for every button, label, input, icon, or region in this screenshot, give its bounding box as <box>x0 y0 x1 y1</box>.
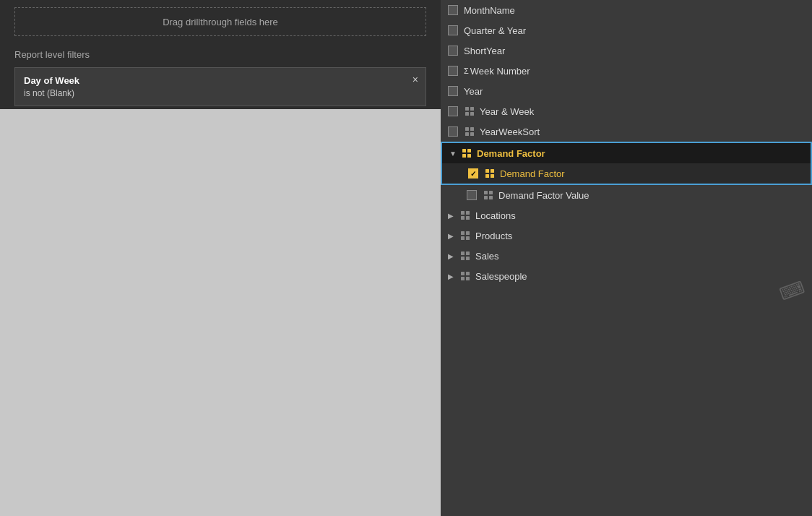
svg-rect-12 <box>485 169 489 173</box>
svg-rect-17 <box>489 191 493 194</box>
svg-rect-26 <box>461 236 465 240</box>
checkbox-weeknumber[interactable] <box>448 66 458 76</box>
svg-rect-31 <box>466 257 470 260</box>
field-label-monthname: MonthName <box>464 5 805 16</box>
field-label-demandfactor-header: Demand Factor <box>477 148 803 159</box>
checkbox-year[interactable] <box>448 86 458 96</box>
demand-factor-group: ▼ Demand Factor <box>441 142 812 185</box>
table-icon-locations <box>459 210 471 221</box>
checkbox-monthname[interactable] <box>448 5 458 15</box>
field-label-weeknumber: Week Number <box>470 66 805 77</box>
svg-rect-6 <box>465 132 469 136</box>
svg-rect-1 <box>470 107 474 111</box>
svg-rect-7 <box>470 132 474 136</box>
svg-rect-18 <box>484 196 488 199</box>
expand-arrow-locations[interactable]: ▶ <box>448 212 457 220</box>
svg-rect-8 <box>462 149 466 152</box>
svg-rect-24 <box>461 231 465 235</box>
field-item-year[interactable]: Year <box>441 81 812 101</box>
svg-rect-0 <box>465 107 469 111</box>
field-list: MonthName Quarter & Year ShortYear Σ Wee… <box>441 0 812 286</box>
field-item-locations[interactable]: ▶ Locations <box>441 205 812 225</box>
svg-rect-20 <box>461 211 465 215</box>
left-panel: Drag drillthrough fields here Report lev… <box>0 0 441 516</box>
svg-rect-28 <box>461 251 465 255</box>
sort-icon-yearweeksort <box>464 126 475 137</box>
field-label-yearweeksort: YearWeekSort <box>480 126 805 137</box>
svg-rect-22 <box>461 216 465 220</box>
field-label-demandfactor-field: Demand Factor <box>500 168 803 179</box>
field-item-yearweek[interactable]: Year & Week <box>441 101 812 121</box>
field-label-demandfactorvalue: Demand Factor Value <box>498 190 805 201</box>
field-label-products: Products <box>475 231 805 241</box>
sort-icon-yearweek <box>464 106 475 117</box>
checkbox-yearweek[interactable] <box>448 106 458 116</box>
expand-arrow-products[interactable]: ▶ <box>448 232 457 240</box>
svg-rect-30 <box>461 257 465 260</box>
svg-rect-27 <box>466 236 470 240</box>
svg-rect-19 <box>489 196 493 199</box>
field-item-products[interactable]: ▶ Products <box>441 225 812 246</box>
table-icon-sales <box>459 250 471 262</box>
field-label-locations: Locations <box>475 210 805 221</box>
svg-rect-5 <box>470 127 474 131</box>
filter-card-title: Day of Week <box>24 75 417 86</box>
field-item-sales[interactable]: ▶ Sales <box>441 246 812 266</box>
field-item-salespeople[interactable]: ▶ Salespeople <box>441 266 812 286</box>
expand-arrow-salespeople[interactable]: ▶ <box>448 272 457 280</box>
field-item-demandfactor-field[interactable]: Demand Factor <box>442 163 811 184</box>
field-item-demandfactorvalue[interactable]: Demand Factor Value <box>441 185 812 205</box>
svg-rect-13 <box>491 169 494 173</box>
field-label-quarteryear: Quarter & Year <box>464 25 805 36</box>
filter-card-subtitle: is not (Blank) <box>24 88 417 98</box>
svg-rect-2 <box>465 112 469 116</box>
field-label-shortyear: ShortYear <box>464 46 805 56</box>
svg-rect-9 <box>467 149 471 152</box>
drillthrough-drop-area[interactable]: Drag drillthrough fields here <box>14 7 426 36</box>
svg-rect-15 <box>491 174 494 178</box>
field-item-monthname[interactable]: MonthName <box>441 0 812 20</box>
svg-rect-10 <box>462 154 466 158</box>
svg-rect-25 <box>466 231 470 235</box>
svg-rect-16 <box>484 191 488 194</box>
expand-arrow-demandfactor[interactable]: ▼ <box>449 150 458 158</box>
svg-rect-34 <box>461 277 465 280</box>
svg-rect-29 <box>466 251 470 255</box>
svg-rect-11 <box>467 154 471 158</box>
field-item-demandfactor-header[interactable]: ▼ Demand Factor <box>442 143 811 163</box>
svg-rect-21 <box>466 211 470 215</box>
table-icon-products <box>459 230 471 241</box>
sort-icon-demandfactor <box>484 168 496 179</box>
field-item-yearweeksort[interactable]: YearWeekSort <box>441 121 812 142</box>
sigma-icon: Σ <box>464 66 469 75</box>
checkbox-yearweeksort[interactable] <box>448 126 458 137</box>
field-item-weeknumber[interactable]: Σ Week Number <box>441 61 812 81</box>
checkbox-demandfactor-field[interactable] <box>468 168 478 179</box>
table-icon-demandfactorvalue <box>483 189 494 201</box>
svg-rect-3 <box>470 112 474 116</box>
checkbox-quarteryear[interactable] <box>448 25 458 35</box>
table-icon-salespeople <box>459 270 471 282</box>
checkbox-shortyear[interactable] <box>448 46 458 56</box>
field-item-quarteryear[interactable]: Quarter & Year <box>441 20 812 40</box>
checkbox-demandfactorvalue[interactable] <box>467 190 477 200</box>
table-icon-demandfactor <box>461 147 472 159</box>
field-label-yearweek: Year & Week <box>480 106 805 117</box>
filter-card: Day of Week is not (Blank) × <box>14 67 426 106</box>
report-level-label: Report level filters <box>0 43 441 64</box>
field-label-salespeople: Salespeople <box>475 271 805 282</box>
svg-rect-4 <box>465 127 469 131</box>
field-label-sales: Sales <box>475 251 805 262</box>
svg-rect-32 <box>461 272 465 275</box>
filter-card-close-button[interactable]: × <box>413 74 418 85</box>
svg-rect-35 <box>466 277 470 280</box>
svg-rect-33 <box>466 272 470 275</box>
drillthrough-label: Drag drillthrough fields here <box>163 17 278 27</box>
svg-rect-14 <box>485 174 489 178</box>
field-item-shortyear[interactable]: ShortYear <box>441 40 812 61</box>
right-panel: MonthName Quarter & Year ShortYear Σ Wee… <box>441 0 812 516</box>
left-bottom-area <box>0 109 441 516</box>
expand-arrow-sales[interactable]: ▶ <box>448 252 457 260</box>
field-label-year: Year <box>464 86 805 97</box>
svg-rect-23 <box>466 216 470 220</box>
